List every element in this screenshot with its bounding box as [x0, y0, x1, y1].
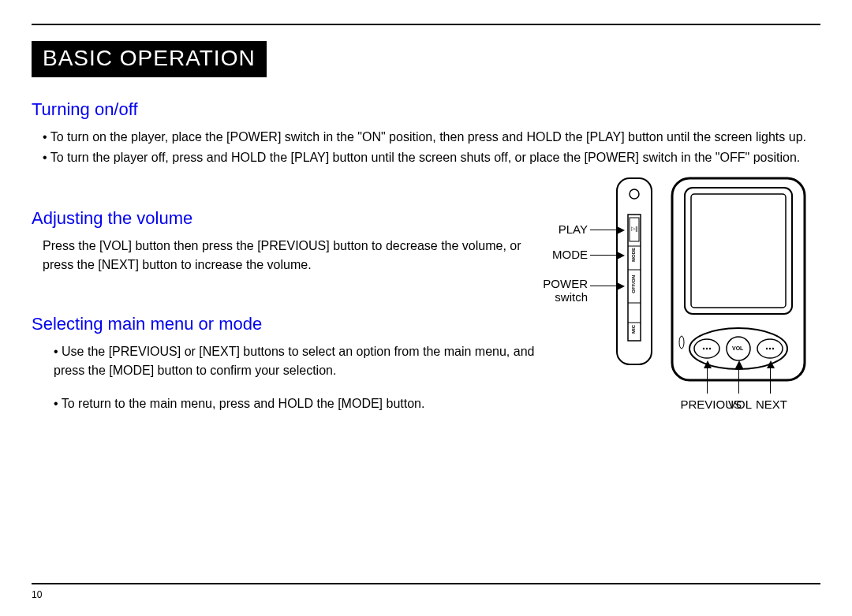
label-power-text: POWER [543, 277, 588, 290]
heading-volume: Adjusting the volume [32, 208, 544, 229]
side-label-offon: OFF/ON [631, 275, 636, 293]
label-play: PLAY [544, 222, 588, 236]
svg-point-19 [769, 348, 771, 349]
arrow-play [590, 230, 623, 230]
vol-button-label: VOL [732, 345, 743, 351]
label-switch-text: switch [555, 290, 588, 304]
page-title: BASIC OPERATION [32, 41, 267, 77]
arrow-vol [738, 362, 739, 394]
device-side-view: ▷‖ [615, 177, 663, 366]
label-mode: MODE [544, 248, 588, 261]
device-diagram: ▷‖ MODE OFF/ON MIC [552, 177, 813, 437]
top-rule [32, 24, 820, 25]
svg-rect-11 [691, 194, 786, 308]
svg-point-14 [703, 348, 704, 349]
svg-point-18 [766, 348, 768, 349]
side-label-mode: MODE [631, 248, 636, 262]
volume-text: Press the [VOL] button then press the [P… [43, 237, 544, 274]
svg-point-16 [709, 348, 711, 349]
label-next: NEXT [756, 398, 795, 411]
svg-point-22 [679, 336, 684, 349]
turning-bullet-1: To turn on the player, place the [POWER]… [43, 128, 820, 147]
arrow-previous [707, 362, 708, 394]
arrow-next [770, 362, 771, 394]
arrow-power [590, 286, 623, 286]
side-label-mic: MIC [631, 325, 636, 334]
page-number: 10 [32, 589, 820, 600]
mode-bullet-1: Use the [PREVIOUS] or [NEXT] buttons to … [54, 342, 544, 380]
bottom-rule [32, 583, 820, 584]
mode-bullet-2: To return to the main menu, press and HO… [54, 394, 544, 413]
heading-turning: Turning on/off [32, 99, 820, 120]
turning-bullet-2: To turn the player off, press and HOLD t… [43, 148, 820, 167]
svg-point-15 [706, 348, 708, 349]
svg-text:▷‖: ▷‖ [631, 226, 638, 232]
heading-mode: Selecting main menu or mode [32, 314, 544, 334]
arrow-mode [590, 255, 623, 256]
device-front-view [671, 177, 809, 382]
label-vol: VOL [724, 398, 756, 411]
svg-point-20 [772, 348, 774, 349]
label-power: POWER switch [538, 278, 588, 304]
